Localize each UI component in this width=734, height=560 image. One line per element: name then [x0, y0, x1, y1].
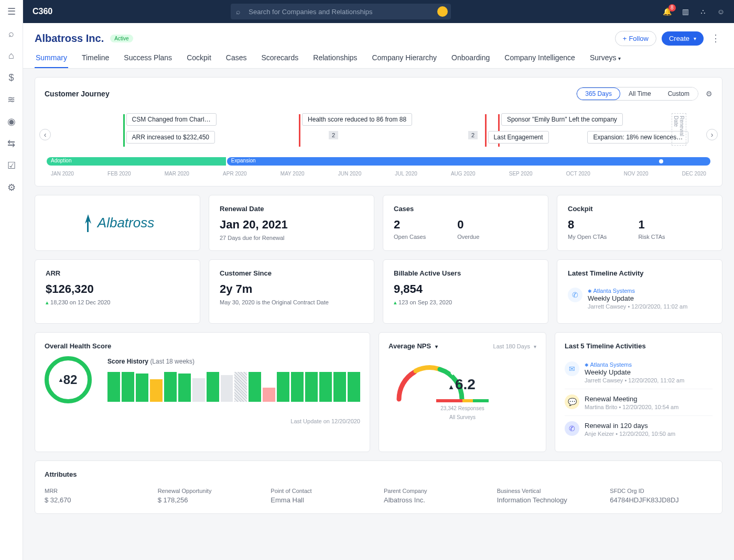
follow-button[interactable]: +Follow — [615, 31, 656, 46]
range-365-button[interactable]: 365 Days — [577, 87, 620, 100]
tab-scorecards[interactable]: Scorecards — [261, 53, 300, 68]
camera-icon[interactable]: ◉ — [6, 116, 17, 127]
score-bar — [122, 372, 134, 402]
company-name: Albatross Inc. — [35, 32, 104, 45]
score-bar — [221, 375, 233, 402]
search-icon[interactable]: ⌕ — [6, 28, 17, 39]
tab-timeline[interactable]: Timeline — [81, 53, 110, 68]
user-icon[interactable]: ☺ — [717, 7, 725, 16]
share-icon[interactable]: ⇆ — [6, 138, 17, 149]
journey-event[interactable]: Health score reduced to 86 from 88 — [302, 113, 412, 126]
settings-icon[interactable]: ⚙ — [6, 182, 17, 193]
activity-row[interactable]: 💬Renewal MeetingMartina Brito • 12/20/20… — [565, 389, 713, 415]
journey-range-segmented: 365 Days All Time Custom — [576, 87, 698, 101]
status-badge: Active — [110, 35, 133, 42]
attribute-item: Point of ContactEmma Hall — [271, 488, 373, 504]
score-bar — [249, 372, 261, 402]
dollar-icon[interactable]: $ — [6, 72, 17, 83]
tab-success-plans[interactable]: Success Plans — [123, 53, 173, 68]
journey-settings-icon[interactable]: ⚙ — [706, 90, 713, 98]
tab-surveys[interactable]: Surveys▾ — [589, 53, 622, 68]
plus-icon: + — [623, 35, 627, 42]
journey-count-badge[interactable]: 2 — [468, 131, 478, 139]
nps-distribution-bar — [436, 399, 489, 402]
score-bar — [333, 372, 346, 402]
journey-event[interactable]: CSM Changed from Charl… — [126, 113, 217, 126]
nps-card: Average NPS ▾ Last 180 Days ▾ 6.2 23,342… — [379, 332, 546, 452]
customer-journey-card: Customer Journey 365 Days All Time Custo… — [35, 77, 722, 186]
activity-row[interactable]: ✉Atlanta SystemsWeekly UpdateJarrett Caw… — [565, 356, 713, 389]
chevron-down-icon: ▾ — [694, 36, 696, 41]
tab-onboarding[interactable]: Onboarding — [450, 53, 491, 68]
cases-card: Cases 2Open Cases 0Overdue — [383, 195, 548, 251]
journey-tick — [123, 114, 125, 147]
tab-cockpit[interactable]: Cockpit — [186, 53, 212, 68]
last-5-activities-card: Last 5 Timeline Activities ✉Atlanta Syst… — [555, 332, 722, 452]
score-bar — [107, 372, 120, 402]
tab-cases[interactable]: Cases — [225, 53, 248, 68]
activity-row[interactable]: ✆Renewal in 120 daysAnje Keizer • 12/20/… — [565, 415, 713, 442]
renewal-date-card: Renewal Date Jan 20, 2021 27 Days due fo… — [209, 195, 374, 251]
journey-event[interactable]: Last Engagement — [488, 131, 549, 144]
company-logo-card: Albatross — [35, 195, 200, 251]
score-bar — [348, 372, 360, 402]
tab-relationships[interactable]: Relationships — [312, 53, 358, 68]
journey-count-badge[interactable]: 2 — [329, 131, 338, 139]
score-bar — [305, 372, 318, 402]
range-custom-button[interactable]: Custom — [660, 87, 698, 100]
phone-icon: ✆ — [565, 421, 579, 436]
score-bar — [150, 379, 163, 402]
score-bar — [207, 372, 219, 402]
journey-tick — [299, 114, 300, 147]
svg-rect-0 — [87, 221, 89, 232]
journey-event[interactable]: ARR increased to $232,450 — [126, 131, 215, 144]
clipboard-icon[interactable]: ☑ — [6, 160, 17, 171]
tab-company-hierarchy[interactable]: Company Hierarchy — [371, 53, 438, 68]
score-bar — [178, 374, 191, 402]
tab-summary[interactable]: Summary — [35, 53, 68, 68]
attribute-item: MRR$ 32,670 — [45, 488, 147, 504]
topbar: C360 ⌕ 🔔8 ▥ ⛬ ☺ — [23, 0, 734, 23]
score-history-bars — [107, 370, 360, 402]
tabs: SummaryTimelineSuccess PlansCockpitCases… — [35, 53, 722, 68]
create-button[interactable]: Create▾ — [662, 31, 704, 46]
search-input-icon: ⌕ — [236, 7, 240, 16]
tab-company-intelligence[interactable]: Company Intelligence — [503, 53, 576, 68]
score-bar — [263, 388, 275, 402]
global-search-input[interactable] — [231, 4, 451, 19]
health-score-card: Overall Health Score 82 Score History (L… — [35, 332, 370, 452]
customer-since-card: Customer Since 2y 7m May 30, 2020 is the… — [209, 259, 374, 324]
arr-card: ARR $126,320 ▴ 18,230 on 12 Dec 2020 — [35, 259, 200, 324]
journey-event[interactable]: Sponsor "Emily Burn" Left the company — [501, 113, 623, 126]
score-bar — [234, 372, 247, 402]
score-bar — [192, 378, 205, 402]
more-menu-button[interactable]: ⋮ — [709, 30, 722, 46]
chat-icon: 💬 — [565, 394, 579, 409]
book-icon[interactable]: ▥ — [682, 7, 689, 16]
phase-expansion: Expansion — [227, 157, 710, 166]
notifications-badge: 8 — [668, 4, 676, 12]
attributes-card: Attributes MRR$ 32,670Renewal Opportunit… — [35, 460, 722, 514]
latest-activity-card: Latest Timeline Activity ✆ Atlanta Syste… — [557, 259, 722, 324]
path-icon[interactable]: ≋ — [6, 94, 17, 105]
phase-adoption: Adoption — [47, 157, 226, 166]
people-icon[interactable]: ⛬ — [699, 7, 707, 16]
phone-icon: ✆ — [568, 288, 582, 302]
mail-icon: ✉ — [565, 361, 579, 376]
left-nav-rail: ☰ ⌕ ⌂ $ ≋ ◉ ⇆ ☑ ⚙ — [0, 0, 23, 560]
score-bar — [136, 374, 148, 402]
attribute-item: Renewal Opportunity$ 178,256 — [158, 488, 261, 504]
attribute-item: Business VerticalInformation Technology — [497, 488, 600, 504]
attribute-item: Parent CompanyAlbatross Inc. — [384, 488, 487, 504]
home-icon[interactable]: ⌂ — [6, 50, 17, 61]
cockpit-card: Cockpit 8My Open CTAs 1Risk CTAs — [557, 195, 722, 251]
chevron-down-icon[interactable]: ▾ — [435, 344, 438, 349]
score-bar — [277, 372, 289, 402]
attribute-item: SFDC Org ID64784HDJFK83JD8DJ — [610, 488, 713, 504]
nps-range-dropdown[interactable]: Last 180 Days ▾ — [493, 343, 536, 349]
notifications-icon[interactable]: 🔔8 — [663, 7, 672, 16]
range-all-button[interactable]: All Time — [620, 87, 660, 100]
journey-tick — [485, 114, 487, 147]
menu-icon[interactable]: ☰ — [6, 6, 17, 17]
svg-line-1 — [451, 369, 458, 374]
